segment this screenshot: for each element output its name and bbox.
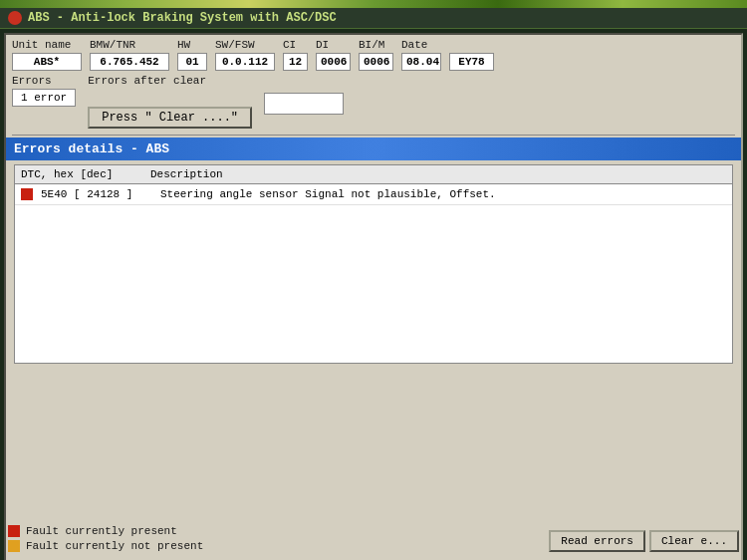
col-header-dtc: DTC, hex [dec] [21, 168, 150, 180]
errors-table: DTC, hex [dec] Description 5E40 [ 24128 … [14, 164, 733, 364]
errors-col: Errors 1 error [12, 75, 76, 107]
header-bim: BI/M [359, 39, 393, 51]
value-bim: 0006 [359, 53, 393, 71]
legend-item-current: Fault currently present [8, 525, 203, 537]
value-swfsw: 0.0.112 [215, 53, 275, 71]
bottom-buttons: Read errors Clear e... [549, 530, 739, 552]
value-extra: EY78 [449, 53, 494, 71]
window-title: ABS - Anti-lock Braking System with ASC/… [28, 11, 337, 25]
legend-item-not-present: Fault currently not present [8, 540, 203, 552]
value-bmwtnr: 6.765.452 [90, 53, 169, 71]
table-row: 5E40 [ 24128 ] Steering angle sensor Sig… [15, 184, 732, 205]
errors-section: Errors 1 error Errors after clear Press … [6, 75, 741, 133]
unit-table-values: ABS* 6.765.452 01 0.0.112 12 0006 0006 0… [12, 53, 735, 71]
fault-indicator-red [21, 188, 33, 200]
value-hw: 01 [177, 53, 207, 71]
press-clear-button[interactable]: Press " Clear ...." [88, 107, 252, 129]
errors-value: 1 error [12, 89, 76, 107]
errors-after-clear-col: Errors after clear Press " Clear ...." [88, 75, 252, 129]
header-swfsw: SW/FSW [215, 39, 275, 51]
extra-box [264, 93, 344, 115]
read-errors-button[interactable]: Read errors [549, 530, 645, 552]
header-date: Date [401, 39, 441, 51]
value-ci: 12 [283, 53, 308, 71]
errors-after-clear-label: Errors after clear [88, 75, 252, 87]
separator [12, 135, 735, 136]
title-icon [8, 11, 22, 25]
top-decorative-bar [0, 0, 747, 8]
value-date: 08.04 [401, 53, 441, 71]
value-unit-name: ABS* [12, 53, 82, 71]
header-di: DI [316, 39, 351, 51]
header-ci: CI [283, 39, 308, 51]
legend-label-not-present: Fault currently not present [26, 540, 203, 552]
cell-dtc: 5E40 [ 24128 ] [41, 188, 160, 200]
header-unit-name: Unit name [12, 39, 82, 51]
title-bar: ABS - Anti-lock Braking System with ASC/… [0, 8, 747, 29]
unit-table-headers: Unit name BMW/TNR HW SW/FSW CI DI BI/M D… [12, 39, 735, 51]
table-header-row: DTC, hex [dec] Description [15, 165, 732, 184]
main-content: Unit name BMW/TNR HW SW/FSW CI DI BI/M D… [4, 33, 743, 560]
bottom-section: Fault currently present Fault currently … [8, 525, 739, 552]
legend-label-current: Fault currently present [26, 525, 177, 537]
legend-dot-red [8, 525, 20, 537]
clear-errors-button[interactable]: Clear e... [649, 530, 739, 552]
errors-details-header: Errors details - ABS [6, 138, 741, 160]
errors-label: Errors [12, 75, 76, 87]
fault-legend: Fault currently present Fault currently … [8, 525, 203, 552]
header-hw: HW [177, 39, 207, 51]
header-bmwtnr: BMW/TNR [90, 39, 169, 51]
unit-table: Unit name BMW/TNR HW SW/FSW CI DI BI/M D… [6, 35, 741, 71]
legend-dot-yellow [8, 540, 20, 552]
col-header-description: Description [150, 168, 726, 180]
value-di: 0006 [316, 53, 351, 71]
cell-description: Steering angle sensor Signal not plausib… [160, 188, 726, 200]
